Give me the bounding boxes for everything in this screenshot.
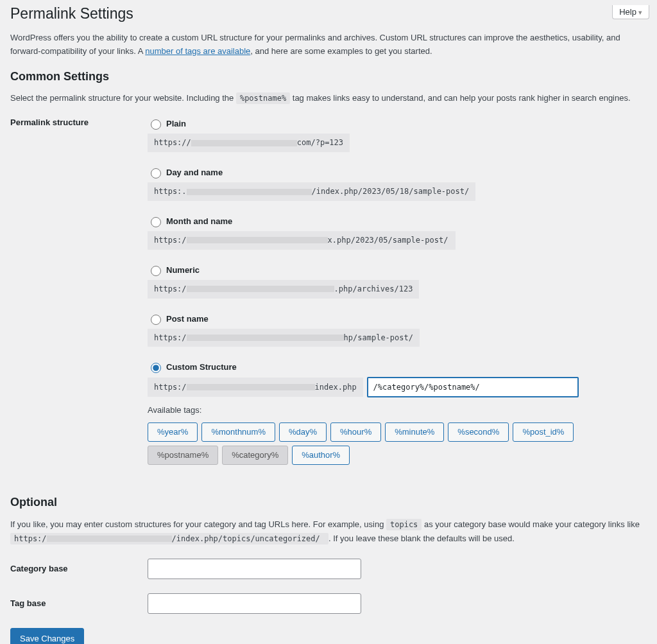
- optional-desc-3: . If you leave these blank the defaults …: [328, 534, 515, 543]
- tag-button-day[interactable]: %day%: [279, 422, 327, 442]
- numeric-radio[interactable]: [151, 266, 161, 276]
- postname-tag-code: %postname%: [236, 92, 290, 104]
- day-name-example-suffix: /index.php/2023/05/18/sample-post/: [312, 187, 470, 196]
- day-name-label: Day and name: [166, 168, 223, 177]
- post-name-example-prefix: https:/: [154, 333, 187, 342]
- tag-button-second[interactable]: %second%: [448, 422, 509, 442]
- redacted-domain: [191, 140, 297, 146]
- page-title: Permalink Settings: [10, 5, 647, 22]
- topics-code: topics: [386, 519, 422, 530]
- month-name-example-prefix: https:/: [154, 236, 187, 245]
- tag-button-post_id[interactable]: %post_id%: [513, 422, 574, 442]
- permalink-structure-label: Permalink structure: [10, 117, 148, 127]
- custom-structure-input[interactable]: [367, 377, 579, 397]
- optional-desc: If you like, you may enter custom struct…: [10, 518, 647, 546]
- day-name-radio[interactable]: [151, 168, 161, 178]
- custom-structure-row: https:/index.php: [148, 377, 647, 397]
- redacted-domain: [187, 237, 328, 243]
- custom-base-prefix: https:/: [154, 383, 187, 391]
- tag-button-postname[interactable]: %postname%: [148, 446, 218, 465]
- day-name-example: https:./index.php/2023/05/18/sample-post…: [148, 182, 475, 201]
- tag-base-input[interactable]: [148, 593, 361, 614]
- optional-heading: Optional: [10, 496, 647, 509]
- month-name-label: Month and name: [166, 216, 232, 226]
- numeric-label: Numeric: [166, 265, 200, 275]
- tag-base-label: Tag base: [10, 598, 148, 608]
- category-base-input[interactable]: [148, 559, 361, 579]
- custom-base-url: https:/index.php: [148, 378, 363, 397]
- optional-url-prefix: https:/: [14, 534, 47, 543]
- post-name-label: Post name: [166, 314, 209, 324]
- month-name-example-suffix: x.php/2023/05/sample-post/: [328, 236, 448, 245]
- numeric-example-suffix: .php/archives/123: [334, 284, 413, 293]
- numeric-example-prefix: https:/: [154, 284, 187, 293]
- help-tab[interactable]: Help: [612, 5, 649, 19]
- custom-base-suffix: index.php: [315, 383, 357, 391]
- optional-desc-2: as your category base would make your ca…: [422, 519, 640, 529]
- plain-label: Plain: [166, 119, 186, 128]
- save-changes-button[interactable]: Save Changes: [10, 628, 84, 644]
- tag-button-author[interactable]: %author%: [292, 446, 350, 465]
- redacted-domain: [187, 189, 312, 195]
- custom-structure-radio[interactable]: [151, 363, 161, 373]
- optional-desc-1: If you like, you may enter custom struct…: [10, 519, 386, 529]
- category-base-label: Category base: [10, 564, 148, 573]
- post-name-example-suffix: hp/sample-post/: [344, 333, 413, 342]
- numeric-example: https:/.php/archives/123: [148, 280, 419, 299]
- tag-button-monthnum[interactable]: %monthnum%: [201, 422, 275, 442]
- custom-structure-label: Custom Structure: [166, 362, 237, 372]
- redacted-domain: [47, 535, 172, 542]
- common-desc-suffix: tag makes links easy to understand, and …: [290, 93, 630, 103]
- plain-example-prefix: https://: [154, 138, 191, 147]
- optional-url-code: https://index.php/topics/uncategorized/: [10, 533, 328, 544]
- common-settings-heading: Common Settings: [10, 70, 647, 83]
- redacted-domain: [187, 286, 334, 292]
- tag-button-category[interactable]: %category%: [222, 446, 288, 465]
- tags-available-link[interactable]: number of tags are available: [145, 46, 250, 56]
- redacted-domain: [187, 335, 344, 341]
- available-tags-label: Available tags:: [148, 405, 647, 415]
- plain-example-suffix: com/?p=123: [297, 138, 343, 147]
- month-name-example: https:/x.php/2023/05/sample-post/: [148, 231, 456, 250]
- post-name-example: https:/hp/sample-post/: [148, 329, 420, 347]
- plain-example: https://com/?p=123: [148, 134, 350, 152]
- tag-button-hour[interactable]: %hour%: [330, 422, 381, 442]
- redacted-domain: [187, 384, 315, 390]
- intro-text: WordPress offers you the ability to crea…: [10, 31, 647, 58]
- plain-radio[interactable]: [151, 119, 161, 130]
- month-name-radio[interactable]: [151, 217, 161, 227]
- optional-url-suffix: /index.php/topics/uncategorized/: [172, 534, 320, 543]
- post-name-radio[interactable]: [151, 315, 161, 325]
- common-settings-desc: Select the permalink structure for your …: [10, 92, 647, 105]
- intro-suffix: , and here are some examples to get you …: [250, 46, 432, 56]
- tag-button-minute[interactable]: %minute%: [385, 422, 444, 442]
- available-tags-row: %year%%monthnum%%day%%hour%%minute%%seco…: [148, 422, 647, 464]
- common-desc-prefix: Select the permalink structure for your …: [10, 93, 236, 103]
- day-name-example-prefix: https:.: [154, 187, 187, 196]
- tag-button-year[interactable]: %year%: [148, 422, 198, 442]
